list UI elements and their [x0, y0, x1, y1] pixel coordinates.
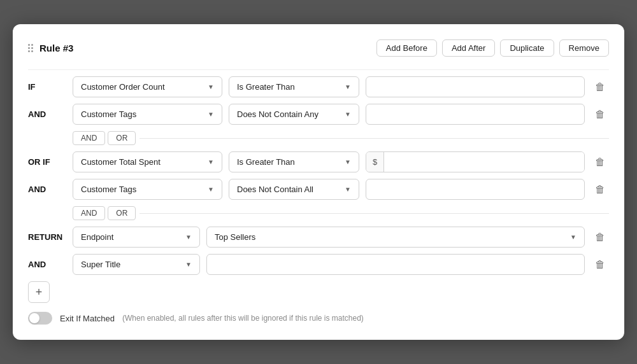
orif-operator-value: Is Greater Than — [237, 157, 295, 167]
orif-delete-button[interactable]: 🗑 — [591, 153, 609, 172]
and-button-2[interactable]: AND — [73, 206, 105, 220]
and-return-condition-value: Super Title — [81, 260, 120, 269]
orif-condition-value: Customer Total Spent — [81, 157, 161, 167]
chevron-down-icon: ▼ — [185, 234, 192, 241]
header-buttons: Add Before Add After Duplicate Remove — [376, 39, 609, 57]
return-endpoint-value: Endpoint — [81, 232, 113, 242]
chevron-down-icon: ▼ — [208, 83, 214, 90]
exit-if-matched-label: Exit If Matched — [60, 314, 115, 323]
orif-value-wrapper: $ 200 — [366, 151, 585, 172]
return-label: RETURN — [28, 232, 66, 242]
if-condition-select[interactable]: Customer Order Count ▼ — [73, 76, 222, 97]
and1-condition-value: Customer Tags — [81, 109, 136, 119]
chevron-down-icon: ▼ — [208, 111, 214, 118]
chevron-down-icon: ▼ — [185, 261, 192, 268]
and2-condition-value: Customer Tags — [81, 185, 136, 194]
rule-header: Rule #3 Add Before Add After Duplicate R… — [28, 39, 609, 57]
and1-condition-select[interactable]: Customer Tags ▼ — [73, 104, 222, 125]
and-return-delete-button[interactable]: 🗑 — [591, 255, 609, 274]
toggle-knob — [29, 313, 39, 323]
rule-title-area: Rule #3 — [28, 43, 73, 53]
chevron-down-icon: ▼ — [345, 83, 351, 90]
chevron-down-icon: ▼ — [208, 186, 214, 193]
and-return-value-input[interactable]: VIP Members and Subscribers Save 20% — [206, 254, 585, 275]
and-return-label: AND — [28, 260, 66, 269]
return-delete-button[interactable]: 🗑 — [591, 228, 609, 247]
divider-row-2: AND OR — [73, 206, 609, 220]
exit-if-matched-toggle[interactable] — [28, 312, 52, 325]
and-label-2: AND — [28, 185, 66, 194]
duplicate-button[interactable]: Duplicate — [500, 39, 554, 57]
chevron-down-icon: ▼ — [570, 234, 576, 241]
divider-line-1 — [140, 138, 609, 139]
and1-delete-button[interactable]: 🗑 — [591, 105, 609, 124]
and2-value-input[interactable]: Loyalty Program — [366, 179, 585, 200]
and-or-buttons-2: AND OR — [73, 206, 136, 220]
divider-row-1: AND OR — [73, 131, 609, 145]
and1-operator-value: Does Not Contain Any — [237, 109, 318, 119]
if-operator-value: Is Greater Than — [237, 82, 295, 92]
chevron-down-icon: ▼ — [345, 186, 351, 193]
and1-operator-select[interactable]: Does Not Contain Any ▼ — [229, 104, 359, 125]
currency-prefix: $ — [366, 152, 384, 172]
if-operator-select[interactable]: Is Greater Than ▼ — [229, 76, 359, 97]
if-value-input[interactable]: 2 — [366, 76, 585, 97]
and-return-condition-select[interactable]: Super Title ▼ — [73, 254, 200, 275]
and-return-row: AND Super Title ▼ VIP Members and Subscr… — [28, 254, 609, 275]
orif-value-input[interactable]: 200 — [384, 152, 584, 172]
or-button-2[interactable]: OR — [108, 206, 136, 220]
rule-card: Rule #3 Add Before Add After Duplicate R… — [13, 24, 624, 340]
and-or-buttons-1: AND OR — [73, 131, 136, 145]
divider-line-2 — [140, 213, 609, 214]
chevron-down-icon: ▼ — [345, 111, 351, 118]
if-row: IF Customer Order Count ▼ Is Greater Tha… — [28, 76, 609, 97]
add-button-wrapper: + — [28, 281, 609, 303]
chevron-down-icon: ▼ — [208, 158, 214, 165]
if-condition-value: Customer Order Count — [81, 82, 165, 92]
chevron-down-icon: ▼ — [345, 158, 351, 165]
add-row-button[interactable]: + — [28, 281, 50, 303]
remove-button[interactable]: Remove — [559, 39, 609, 57]
orif-operator-select[interactable]: Is Greater Than ▼ — [229, 151, 359, 172]
if-label: IF — [28, 82, 66, 92]
and-button-1[interactable]: AND — [73, 131, 105, 145]
if-delete-button[interactable]: 🗑 — [591, 78, 609, 97]
add-before-button[interactable]: Add Before — [376, 39, 437, 57]
header-separator — [28, 69, 609, 70]
return-row: RETURN Endpoint ▼ Top Sellers ▼ 🗑 — [28, 227, 609, 248]
and2-operator-select[interactable]: Does Not Contain All ▼ — [229, 179, 359, 200]
orif-condition-select[interactable]: Customer Total Spent ▼ — [73, 151, 222, 172]
return-value-select[interactable]: Top Sellers ▼ — [206, 227, 585, 248]
and1-value-input[interactable]: Active Subscriber — [366, 104, 585, 125]
rule-title: Rule #3 — [39, 43, 73, 53]
or-button-1[interactable]: OR — [108, 131, 136, 145]
exit-if-matched-sublabel: (When enabled, all rules after this will… — [122, 314, 364, 323]
or-if-row: OR IF Customer Total Spent ▼ Is Greater … — [28, 151, 609, 172]
and-row-2: AND Customer Tags ▼ Does Not Contain All… — [28, 179, 609, 200]
return-endpoint-select[interactable]: Endpoint ▼ — [73, 227, 200, 248]
and2-condition-select[interactable]: Customer Tags ▼ — [73, 179, 222, 200]
and-row-1: AND Customer Tags ▼ Does Not Contain Any… — [28, 104, 609, 125]
add-after-button[interactable]: Add After — [442, 39, 495, 57]
and-label-1: AND — [28, 109, 66, 119]
and2-operator-value: Does Not Contain All — [237, 185, 313, 194]
and2-delete-button[interactable]: 🗑 — [591, 180, 609, 199]
or-if-label: OR IF — [28, 157, 66, 167]
drag-handle[interactable] — [28, 44, 33, 52]
footer-row: Exit If Matched (When enabled, all rules… — [28, 312, 609, 325]
return-value-text: Top Sellers — [215, 232, 255, 242]
